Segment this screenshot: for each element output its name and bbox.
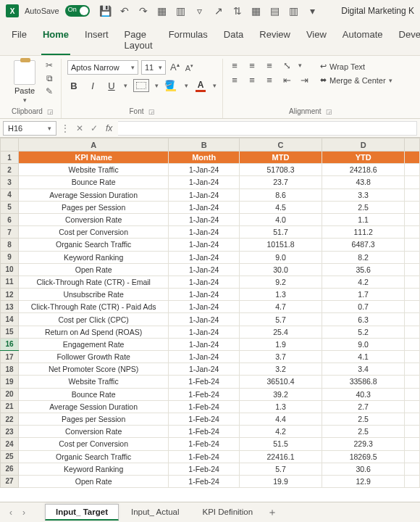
- cell[interactable]: 25.4: [239, 326, 322, 338]
- cell[interactable]: [405, 263, 420, 276]
- cell[interactable]: [405, 239, 420, 251]
- undo-icon[interactable]: ↶: [119, 5, 130, 17]
- cell[interactable]: Unsubscribe Rate: [18, 289, 169, 301]
- cell[interactable]: 1-Feb-24: [169, 426, 240, 438]
- cell[interactable]: Conversion Rate: [18, 213, 169, 225]
- row-header[interactable]: 1: [1, 152, 19, 164]
- tab-nav-prev-icon[interactable]: ‹: [4, 508, 17, 518]
- qat-grid-icon[interactable]: ▦: [156, 5, 168, 17]
- ribbon-tab-data[interactable]: Data: [222, 26, 245, 55]
- row-header[interactable]: 24: [1, 438, 19, 450]
- qat-filter-icon[interactable]: ▿: [194, 5, 206, 17]
- sheet-tab[interactable]: Input_ Target: [45, 504, 119, 521]
- cell[interactable]: 1-Jan-24: [169, 213, 240, 225]
- cell[interactable]: Click-Through Rate (CTR) - Email: [18, 276, 169, 288]
- cell[interactable]: Keyword Ranking: [18, 251, 169, 263]
- row-header[interactable]: 17: [1, 351, 19, 363]
- row-header[interactable]: 27: [1, 475, 19, 487]
- qat-sort-icon[interactable]: ⇅: [232, 5, 243, 17]
- dialog-launcher-icon[interactable]: ◲: [148, 108, 155, 115]
- cell[interactable]: [405, 176, 420, 188]
- cell[interactable]: 3.3: [322, 188, 405, 201]
- cell[interactable]: 1-Jan-24: [169, 313, 240, 326]
- cell[interactable]: 2.5: [322, 413, 405, 425]
- cell[interactable]: [405, 326, 420, 338]
- column-header[interactable]: C: [239, 138, 322, 152]
- cell[interactable]: [405, 201, 420, 213]
- row-header[interactable]: 22: [1, 413, 19, 425]
- cell[interactable]: 24218.6: [322, 164, 405, 176]
- cell[interactable]: [405, 463, 420, 475]
- cell[interactable]: 1-Jan-24: [169, 164, 240, 176]
- decrease-indent-icon[interactable]: ⇤: [281, 75, 293, 85]
- redo-icon[interactable]: ↷: [138, 5, 149, 17]
- cell[interactable]: 1-Jan-24: [169, 263, 240, 276]
- cell[interactable]: [405, 251, 420, 263]
- cell[interactable]: 9.0: [239, 251, 322, 263]
- row-header[interactable]: 13: [1, 301, 19, 313]
- cell[interactable]: 1-Feb-24: [169, 400, 240, 413]
- row-header[interactable]: 2: [1, 164, 19, 176]
- cell[interactable]: Click-Through Rate (CTR) - Paid Ads: [18, 301, 169, 313]
- cell[interactable]: 51708.3: [239, 164, 322, 176]
- row-header[interactable]: 21: [1, 400, 19, 413]
- cell[interactable]: 51.5: [239, 438, 322, 450]
- header-cell[interactable]: Month: [169, 152, 240, 164]
- align-left-icon[interactable]: ≡: [229, 75, 240, 85]
- cell[interactable]: Cost per Conversion: [18, 438, 169, 450]
- cell[interactable]: 4.7: [239, 301, 322, 313]
- ribbon-tab-developer[interactable]: Developer: [398, 26, 420, 55]
- ribbon-tab-review[interactable]: Review: [258, 26, 292, 55]
- cell[interactable]: 1-Jan-24: [169, 176, 240, 188]
- cell[interactable]: 5.7: [239, 463, 322, 475]
- cell[interactable]: 51.7: [239, 226, 322, 239]
- cell[interactable]: 19.9: [239, 475, 322, 487]
- ribbon-tab-insert[interactable]: Insert: [83, 26, 110, 55]
- cell[interactable]: Engagement Rate: [18, 338, 169, 350]
- cell[interactable]: 1.7: [322, 289, 405, 301]
- underline-button[interactable]: U: [105, 79, 118, 92]
- row-header[interactable]: 20: [1, 388, 19, 400]
- cell[interactable]: 1-Jan-24: [169, 276, 240, 288]
- qat-table-icon[interactable]: ▦: [251, 5, 262, 17]
- cell[interactable]: 1-Jan-24: [169, 301, 240, 313]
- cell[interactable]: 23.7: [239, 176, 322, 188]
- cell[interactable]: 36510.4: [239, 376, 322, 388]
- ribbon-tab-automate[interactable]: Automate: [341, 26, 385, 55]
- cell[interactable]: Average Session Duration: [18, 400, 169, 413]
- name-box[interactable]: H16▾: [3, 121, 56, 136]
- worksheet-grid[interactable]: ABCD1KPI NameMonthMTDYTD2Website Traffic…: [0, 138, 420, 515]
- cell[interactable]: [405, 351, 420, 363]
- font-name-select[interactable]: Aptos Narrow▾: [67, 60, 138, 75]
- increase-font-icon[interactable]: A▴: [169, 62, 181, 72]
- cell[interactable]: [405, 313, 420, 326]
- cell[interactable]: 6.3: [322, 313, 405, 326]
- row-header[interactable]: 19: [1, 376, 19, 388]
- cell[interactable]: 1-Jan-24: [169, 239, 240, 251]
- paste-button[interactable]: Paste ▾: [10, 60, 39, 104]
- cell[interactable]: 1-Feb-24: [169, 438, 240, 450]
- cell[interactable]: Organic Search Traffic: [18, 450, 169, 463]
- cell[interactable]: [405, 289, 420, 301]
- row-header[interactable]: 11: [1, 276, 19, 288]
- chevron-down-icon[interactable]: ▾: [124, 82, 127, 89]
- cell[interactable]: 1-Feb-24: [169, 450, 240, 463]
- add-sheet-button[interactable]: ＋: [264, 506, 281, 519]
- header-cell[interactable]: MTD: [239, 152, 322, 164]
- row-header[interactable]: 8: [1, 239, 19, 251]
- row-header[interactable]: 4: [1, 188, 19, 201]
- cell[interactable]: 3.4: [322, 363, 405, 376]
- row-header[interactable]: 12: [1, 289, 19, 301]
- cell[interactable]: 1-Jan-24: [169, 363, 240, 376]
- cell[interactable]: Website Traffic: [18, 376, 169, 388]
- cell[interactable]: 1-Jan-24: [169, 289, 240, 301]
- increase-indent-icon[interactable]: ⇥: [298, 75, 310, 85]
- merge-center-button[interactable]: ⬌Merge & Center▾: [320, 74, 392, 86]
- cell[interactable]: 1-Feb-24: [169, 376, 240, 388]
- sheet-tab[interactable]: Input_ Actual: [120, 504, 190, 521]
- align-center-icon[interactable]: ≡: [246, 75, 258, 85]
- row-header[interactable]: 5: [1, 201, 19, 213]
- dialog-launcher-icon[interactable]: ◲: [326, 108, 332, 115]
- cell[interactable]: 22416.1: [239, 450, 322, 463]
- cell[interactable]: 39.2: [239, 388, 322, 400]
